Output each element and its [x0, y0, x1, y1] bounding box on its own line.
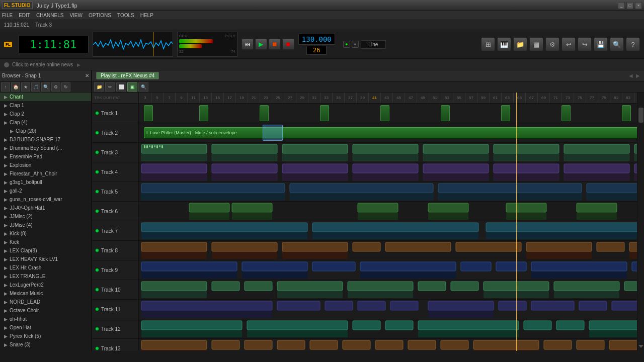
menu-view[interactable]: VIEW	[69, 13, 83, 18]
browser-item-guns[interactable]: ▶ guns_n_roses-civil_war	[0, 195, 91, 204]
playlist-arrow-left[interactable]: ◀	[629, 73, 633, 78]
browser-item-lexclap[interactable]: ▶ LEX Clap(8)	[0, 246, 91, 255]
browser-item-snare[interactable]: ▶ Snare	[0, 349, 91, 351]
track-label-1[interactable]: Track 1	[92, 104, 138, 123]
track-label-3[interactable]: Track 3	[92, 143, 138, 162]
track-content-10[interactable]	[139, 280, 637, 300]
close-button[interactable]: ×	[635, 2, 642, 9]
browser-tool-refresh[interactable]: ↻	[61, 82, 70, 92]
browser-item-clap4[interactable]: ▶ Clap (4)	[0, 118, 91, 127]
browser-item-clap2[interactable]: ▶ Clap 2	[0, 110, 91, 118]
browser-item-gall[interactable]: ▶ gall-2	[0, 187, 91, 195]
scroll-arrow-down[interactable]	[638, 343, 643, 349]
track-label-8[interactable]: Track 8	[92, 241, 138, 260]
browser-item-lexheavy[interactable]: ▶ LEX HEAVY Kick LV1	[0, 255, 91, 263]
browser-item-ohhhat[interactable]: ▶ oh-hhat	[0, 315, 91, 323]
stop-button[interactable]: ⏹	[269, 39, 281, 50]
track-timeline[interactable]: 3 5 7 9 11 13 15 17 19 21 23 25 27 29	[139, 93, 637, 351]
playlist-tool-active[interactable]: ▣	[127, 82, 137, 92]
menu-channels[interactable]: CHANNELS	[36, 13, 63, 18]
playlist-icon[interactable]: ▦	[529, 37, 543, 51]
track-content-9[interactable]	[139, 260, 637, 280]
track-content-11[interactable]	[139, 300, 637, 319]
pattern-block[interactable]	[622, 105, 631, 121]
browser-tool-3[interactable]: ★	[21, 82, 30, 92]
browser-item-lexhit[interactable]: ▶ LEX Hit Crash	[0, 263, 91, 272]
pattern-block[interactable]	[199, 105, 208, 121]
track-label-7[interactable]: Track 7	[92, 221, 138, 241]
menu-edit[interactable]: EDIT	[19, 13, 30, 18]
browser-item-kick8[interactable]: ▶ Kick (8)	[0, 229, 91, 238]
browser-item-nord[interactable]: ▶ NORD_LEAD	[0, 298, 91, 306]
pattern-block[interactable]	[441, 105, 450, 121]
pattern-block[interactable]	[260, 105, 269, 121]
browser-item-clap1[interactable]: ▶ Clap 1	[0, 101, 91, 110]
browser-item-lextri[interactable]: ▶ LEX TRIANGLE	[0, 272, 91, 281]
browser-item-drumma[interactable]: ▶ Drumma Boy Sound (...	[0, 144, 91, 152]
track-label-12[interactable]: Track 12	[92, 319, 138, 339]
redo-icon[interactable]: ↪	[578, 37, 592, 51]
browser-item-jjmisc4[interactable]: ▶ JJMisc (4)	[0, 221, 91, 229]
track-label-11[interactable]: Track 11	[92, 300, 138, 319]
browser-icon[interactable]: 📁	[513, 37, 527, 51]
menu-options[interactable]: OPTIONS	[89, 13, 111, 18]
piano-roll-icon[interactable]: 🎹	[497, 37, 511, 51]
play-button[interactable]: ▶	[255, 39, 267, 50]
save-icon[interactable]: 💾	[594, 37, 608, 51]
news-text[interactable]: Click to enable online news	[12, 62, 73, 67]
track-content-12[interactable]	[139, 319, 637, 339]
mixer-icon[interactable]: ⊞	[481, 37, 495, 51]
browser-tool-6[interactable]: ⚙	[51, 82, 60, 92]
menu-tools[interactable]: TOOLS	[117, 13, 134, 18]
track-content-13[interactable]	[139, 339, 637, 351]
play-mode[interactable]: Line	[361, 40, 386, 49]
playlist-tool-folder[interactable]: 📁	[94, 82, 104, 92]
playlist-tool-pencil[interactable]: ✏	[105, 82, 115, 92]
playlist-arrow-right[interactable]: ▶	[636, 73, 640, 78]
track-label-9[interactable]: Track 9	[92, 260, 138, 280]
track-content-1[interactable]	[139, 104, 637, 123]
browser-item-g3sg1[interactable]: ▶ g3sg1_boltpull	[0, 178, 91, 187]
pattern-block[interactable]	[144, 105, 153, 121]
browser-item-openhat[interactable]: ▶ Open Hat	[0, 323, 91, 332]
browser-item-mexican[interactable]: ▶ Mexican Music	[0, 289, 91, 298]
track-label-6[interactable]: Track 6	[92, 202, 138, 221]
playlist-tab[interactable]: Playlist - reFX Nexus #4	[96, 72, 159, 79]
track-content-8[interactable]	[139, 241, 637, 260]
maximize-button[interactable]: □	[626, 2, 633, 9]
track-content-6[interactable]	[139, 202, 637, 221]
playlist-tool-select[interactable]: ⬜	[116, 82, 126, 92]
browser-item-kick[interactable]: ▶ Kick	[0, 238, 91, 246]
undo-icon[interactable]: ↩	[561, 37, 576, 51]
playlist-tool-zoom[interactable]: 🔍	[138, 82, 148, 92]
browser-item-chant[interactable]: ▶ Chant	[0, 93, 91, 101]
bpm-display[interactable]: 130.000	[298, 34, 335, 45]
browser-item-jjay[interactable]: ▶ JJ-AY-OphiHat1	[0, 204, 91, 212]
browser-item-snare3[interactable]: ▶ Snare (3)	[0, 340, 91, 349]
browser-item-octave[interactable]: ▶ Octave Choir	[0, 306, 91, 315]
browser-close-icon[interactable]: ✕	[85, 73, 89, 78]
pattern-block[interactable]	[380, 105, 389, 121]
browser-tool-2[interactable]: 🏠	[11, 82, 20, 92]
track-content-4[interactable]	[139, 162, 637, 182]
rewind-button[interactable]: ⏮	[242, 39, 254, 50]
track-label-13[interactable]: Track 13	[92, 339, 138, 351]
browser-item-lexluger[interactable]: ▶ LexLugerPerc2	[0, 281, 91, 289]
track-label-2[interactable]: Track 2	[92, 123, 138, 143]
pattern-block[interactable]	[501, 105, 510, 121]
minimize-button[interactable]: _	[618, 2, 625, 9]
browser-tool-4[interactable]: 🎵	[31, 82, 40, 92]
track-label-10[interactable]: Track 10	[92, 280, 138, 300]
pattern-block[interactable]	[561, 105, 571, 121]
browser-tool-5[interactable]: 🔍	[41, 82, 50, 92]
track-content-7[interactable]	[139, 221, 637, 241]
track-label-5[interactable]: Track 5	[92, 182, 138, 202]
settings-icon[interactable]: ⚙	[545, 37, 559, 51]
menu-help[interactable]: HELP	[140, 13, 153, 18]
scroll-thumb[interactable]	[638, 108, 643, 123]
record-button[interactable]: ⏺	[282, 39, 294, 50]
track-content-3[interactable]	[139, 143, 637, 162]
pattern-block[interactable]	[320, 105, 329, 121]
browser-item-clap20[interactable]: ▶ Clap (20)	[0, 127, 91, 135]
browser-tool-1[interactable]: ↑	[1, 82, 10, 92]
